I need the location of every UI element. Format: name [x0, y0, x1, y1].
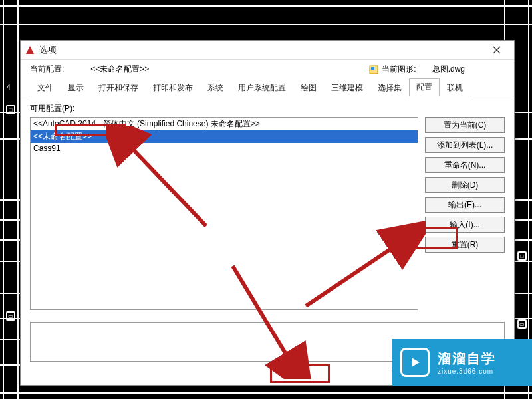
current-drawing-value: 总图.dwg — [432, 64, 465, 75]
watermark-url: zixue.3d66.com — [438, 368, 496, 375]
close-icon — [493, 46, 501, 54]
close-button[interactable] — [483, 41, 510, 59]
tab-system[interactable]: 系统 — [200, 79, 231, 96]
watermark-logo: 溜溜自学 zixue.3d66.com — [392, 339, 532, 386]
tab-selection[interactable]: 选择集 — [370, 79, 409, 96]
list-item[interactable]: <<未命名配置>> — [31, 130, 418, 143]
svg-marker-6 — [412, 358, 420, 367]
tab-display[interactable]: 显示 — [61, 79, 91, 96]
tab-print[interactable]: 打印和发布 — [146, 79, 200, 96]
list-item[interactable]: Cass91 — [31, 143, 418, 154]
tab-drafting[interactable]: 绘图 — [293, 79, 324, 96]
tab-strip: 文件 显示 打开和保存 打印和发布 系统 用户系统配置 绘图 三维建模 选择集 … — [21, 79, 514, 96]
tab-body-profiles: 可用配置(P): <<AutoCAD 2014 - 简体中文 (Simplifi… — [21, 96, 514, 368]
tab-online[interactable]: 联机 — [440, 79, 470, 96]
profile-action-buttons: 置为当前(C) 添加到列表(L)... 重命名(N)... 删除(D) 输出(E… — [425, 117, 505, 310]
dialog-title: 选项 — [39, 44, 483, 56]
autocad-icon — [25, 45, 35, 55]
play-icon — [400, 348, 430, 377]
profile-info-row: 当前配置: <<未命名配置>> 当前图形: 总图.dwg — [21, 60, 514, 79]
tab-user-prefs[interactable]: 用户系统配置 — [231, 79, 293, 96]
cad-left-label: 4 — [7, 84, 11, 91]
current-drawing-label: 当前图形: — [382, 64, 416, 75]
current-profile-value: <<未命名配置>> — [90, 64, 149, 75]
import-button[interactable]: 输入(I)... — [425, 217, 505, 233]
svg-rect-2 — [371, 67, 374, 70]
tab-open-save[interactable]: 打开和保存 — [91, 79, 146, 96]
svg-marker-0 — [26, 46, 34, 54]
tab-3d[interactable]: 三维建模 — [324, 79, 370, 96]
cad-box-icon: □ — [6, 105, 15, 114]
reset-button[interactable]: 重置(R) — [425, 237, 505, 253]
cad-box-icon-3: ▭ — [517, 319, 527, 329]
delete-button[interactable]: 删除(D) — [425, 177, 505, 193]
add-to-list-button[interactable]: 添加到列表(L)... — [425, 137, 505, 153]
titlebar: 选项 — [21, 41, 514, 60]
rename-button[interactable]: 重命名(N)... — [425, 157, 505, 173]
cad-box-icon-4: ▭ — [6, 311, 15, 321]
available-profiles-label: 可用配置(P): — [30, 103, 505, 114]
drawing-icon — [368, 65, 379, 75]
export-button[interactable]: 输出(E)... — [425, 197, 505, 213]
watermark-title: 溜溜自学 — [438, 350, 496, 368]
cad-box-icon-2: □ — [517, 251, 527, 261]
options-dialog: 选项 当前配置: <<未命名配置>> 当前图形: 总图.dwg 文件 显示 打开… — [20, 40, 515, 386]
profiles-listbox[interactable]: <<AutoCAD 2014 - 简体中文 (Simplified Chines… — [30, 117, 418, 310]
list-item[interactable]: <<AutoCAD 2014 - 简体中文 (Simplified Chines… — [31, 118, 418, 130]
current-profile-label: 当前配置: — [30, 64, 64, 75]
tab-profiles[interactable]: 配置 — [409, 78, 440, 96]
tab-file[interactable]: 文件 — [30, 79, 61, 96]
set-current-button[interactable]: 置为当前(C) — [425, 117, 505, 133]
